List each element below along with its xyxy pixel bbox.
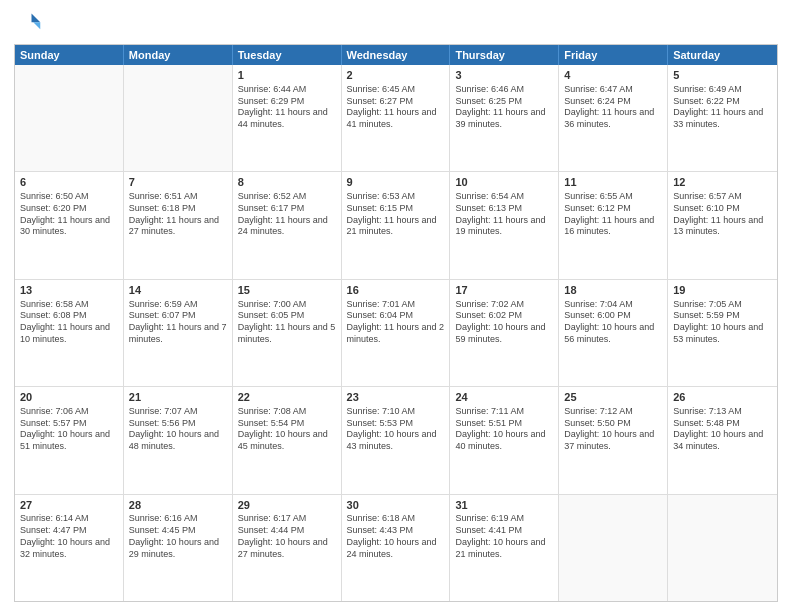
calendar-header: SundayMondayTuesdayWednesdayThursdayFrid… [15, 45, 777, 65]
day-info: Sunrise: 6:49 AMSunset: 6:22 PMDaylight:… [673, 84, 772, 131]
day-number: 21 [129, 390, 227, 405]
calendar-row-4: 27Sunrise: 6:14 AMSunset: 4:47 PMDayligh… [15, 494, 777, 601]
page: SundayMondayTuesdayWednesdayThursdayFrid… [0, 0, 792, 612]
day-info: Sunrise: 7:08 AMSunset: 5:54 PMDaylight:… [238, 406, 336, 453]
day-number: 10 [455, 175, 553, 190]
day-cell-19: 19Sunrise: 7:05 AMSunset: 5:59 PMDayligh… [668, 280, 777, 386]
day-number: 23 [347, 390, 445, 405]
day-number: 26 [673, 390, 772, 405]
empty-cell [668, 495, 777, 601]
day-info: Sunrise: 7:12 AMSunset: 5:50 PMDaylight:… [564, 406, 662, 453]
day-number: 11 [564, 175, 662, 190]
day-number: 6 [20, 175, 118, 190]
day-number: 13 [20, 283, 118, 298]
day-number: 20 [20, 390, 118, 405]
day-cell-4: 4Sunrise: 6:47 AMSunset: 6:24 PMDaylight… [559, 65, 668, 171]
day-cell-15: 15Sunrise: 7:00 AMSunset: 6:05 PMDayligh… [233, 280, 342, 386]
day-cell-23: 23Sunrise: 7:10 AMSunset: 5:53 PMDayligh… [342, 387, 451, 493]
day-number: 24 [455, 390, 553, 405]
header-day-monday: Monday [124, 45, 233, 65]
day-number: 19 [673, 283, 772, 298]
calendar: SundayMondayTuesdayWednesdayThursdayFrid… [14, 44, 778, 602]
day-info: Sunrise: 6:16 AMSunset: 4:45 PMDaylight:… [129, 513, 227, 560]
day-number: 18 [564, 283, 662, 298]
day-number: 31 [455, 498, 553, 513]
day-number: 8 [238, 175, 336, 190]
empty-cell [15, 65, 124, 171]
day-info: Sunrise: 6:59 AMSunset: 6:07 PMDaylight:… [129, 299, 227, 346]
day-info: Sunrise: 7:07 AMSunset: 5:56 PMDaylight:… [129, 406, 227, 453]
header-day-tuesday: Tuesday [233, 45, 342, 65]
day-cell-29: 29Sunrise: 6:17 AMSunset: 4:44 PMDayligh… [233, 495, 342, 601]
day-cell-10: 10Sunrise: 6:54 AMSunset: 6:13 PMDayligh… [450, 172, 559, 278]
day-number: 16 [347, 283, 445, 298]
day-number: 5 [673, 68, 772, 83]
header-day-saturday: Saturday [668, 45, 777, 65]
day-info: Sunrise: 6:18 AMSunset: 4:43 PMDaylight:… [347, 513, 445, 560]
empty-cell [124, 65, 233, 171]
day-number: 25 [564, 390, 662, 405]
day-info: Sunrise: 6:47 AMSunset: 6:24 PMDaylight:… [564, 84, 662, 131]
calendar-row-0: 1Sunrise: 6:44 AMSunset: 6:29 PMDaylight… [15, 65, 777, 171]
day-info: Sunrise: 6:57 AMSunset: 6:10 PMDaylight:… [673, 191, 772, 238]
logo [14, 10, 44, 38]
day-info: Sunrise: 6:50 AMSunset: 6:20 PMDaylight:… [20, 191, 118, 238]
day-number: 28 [129, 498, 227, 513]
day-cell-3: 3Sunrise: 6:46 AMSunset: 6:25 PMDaylight… [450, 65, 559, 171]
day-number: 4 [564, 68, 662, 83]
day-info: Sunrise: 6:51 AMSunset: 6:18 PMDaylight:… [129, 191, 227, 238]
day-number: 29 [238, 498, 336, 513]
day-info: Sunrise: 7:13 AMSunset: 5:48 PMDaylight:… [673, 406, 772, 453]
day-info: Sunrise: 6:54 AMSunset: 6:13 PMDaylight:… [455, 191, 553, 238]
day-cell-18: 18Sunrise: 7:04 AMSunset: 6:00 PMDayligh… [559, 280, 668, 386]
day-info: Sunrise: 7:11 AMSunset: 5:51 PMDaylight:… [455, 406, 553, 453]
day-number: 3 [455, 68, 553, 83]
day-info: Sunrise: 7:02 AMSunset: 6:02 PMDaylight:… [455, 299, 553, 346]
day-number: 30 [347, 498, 445, 513]
day-info: Sunrise: 6:58 AMSunset: 6:08 PMDaylight:… [20, 299, 118, 346]
day-info: Sunrise: 7:01 AMSunset: 6:04 PMDaylight:… [347, 299, 445, 346]
day-cell-6: 6Sunrise: 6:50 AMSunset: 6:20 PMDaylight… [15, 172, 124, 278]
calendar-row-3: 20Sunrise: 7:06 AMSunset: 5:57 PMDayligh… [15, 386, 777, 493]
day-info: Sunrise: 6:45 AMSunset: 6:27 PMDaylight:… [347, 84, 445, 131]
logo-icon [14, 10, 42, 38]
day-info: Sunrise: 7:00 AMSunset: 6:05 PMDaylight:… [238, 299, 336, 346]
day-cell-31: 31Sunrise: 6:19 AMSunset: 4:41 PMDayligh… [450, 495, 559, 601]
calendar-row-1: 6Sunrise: 6:50 AMSunset: 6:20 PMDaylight… [15, 171, 777, 278]
day-number: 9 [347, 175, 445, 190]
day-cell-2: 2Sunrise: 6:45 AMSunset: 6:27 PMDaylight… [342, 65, 451, 171]
day-cell-17: 17Sunrise: 7:02 AMSunset: 6:02 PMDayligh… [450, 280, 559, 386]
day-number: 14 [129, 283, 227, 298]
day-info: Sunrise: 6:44 AMSunset: 6:29 PMDaylight:… [238, 84, 336, 131]
day-number: 12 [673, 175, 772, 190]
header-day-wednesday: Wednesday [342, 45, 451, 65]
day-info: Sunrise: 6:55 AMSunset: 6:12 PMDaylight:… [564, 191, 662, 238]
day-cell-9: 9Sunrise: 6:53 AMSunset: 6:15 PMDaylight… [342, 172, 451, 278]
day-cell-8: 8Sunrise: 6:52 AMSunset: 6:17 PMDaylight… [233, 172, 342, 278]
day-cell-27: 27Sunrise: 6:14 AMSunset: 4:47 PMDayligh… [15, 495, 124, 601]
day-info: Sunrise: 7:05 AMSunset: 5:59 PMDaylight:… [673, 299, 772, 346]
day-info: Sunrise: 7:06 AMSunset: 5:57 PMDaylight:… [20, 406, 118, 453]
day-number: 22 [238, 390, 336, 405]
svg-marker-0 [32, 14, 41, 23]
day-number: 17 [455, 283, 553, 298]
day-number: 1 [238, 68, 336, 83]
day-cell-20: 20Sunrise: 7:06 AMSunset: 5:57 PMDayligh… [15, 387, 124, 493]
day-cell-24: 24Sunrise: 7:11 AMSunset: 5:51 PMDayligh… [450, 387, 559, 493]
day-info: Sunrise: 7:10 AMSunset: 5:53 PMDaylight:… [347, 406, 445, 453]
day-info: Sunrise: 6:53 AMSunset: 6:15 PMDaylight:… [347, 191, 445, 238]
day-info: Sunrise: 6:14 AMSunset: 4:47 PMDaylight:… [20, 513, 118, 560]
empty-cell [559, 495, 668, 601]
day-cell-28: 28Sunrise: 6:16 AMSunset: 4:45 PMDayligh… [124, 495, 233, 601]
day-cell-25: 25Sunrise: 7:12 AMSunset: 5:50 PMDayligh… [559, 387, 668, 493]
day-cell-26: 26Sunrise: 7:13 AMSunset: 5:48 PMDayligh… [668, 387, 777, 493]
day-cell-30: 30Sunrise: 6:18 AMSunset: 4:43 PMDayligh… [342, 495, 451, 601]
day-cell-16: 16Sunrise: 7:01 AMSunset: 6:04 PMDayligh… [342, 280, 451, 386]
day-cell-13: 13Sunrise: 6:58 AMSunset: 6:08 PMDayligh… [15, 280, 124, 386]
day-cell-7: 7Sunrise: 6:51 AMSunset: 6:18 PMDaylight… [124, 172, 233, 278]
day-number: 2 [347, 68, 445, 83]
day-cell-22: 22Sunrise: 7:08 AMSunset: 5:54 PMDayligh… [233, 387, 342, 493]
header [14, 10, 778, 38]
day-cell-14: 14Sunrise: 6:59 AMSunset: 6:07 PMDayligh… [124, 280, 233, 386]
svg-marker-1 [33, 22, 40, 29]
